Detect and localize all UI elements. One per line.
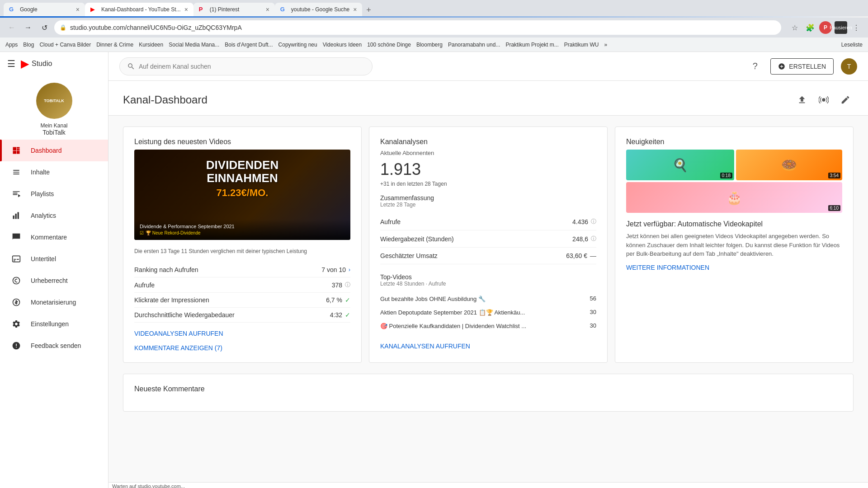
bookmark-social[interactable]: Social Media Mana... [169,42,219,48]
browser-chrome: G Google × ▶ Kanal-Dashboard - YouTube S… [0,0,868,52]
hamburger-button[interactable]: ☰ [7,58,15,69]
edit-button[interactable] [837,92,854,108]
performance-note: Die ersten 13 Tage 11 Stunden verglichen… [134,247,350,255]
url-bar[interactable]: 🔒 studio.youtube.com/channel/UC6N5u-OiGz… [54,20,781,35]
create-button[interactable]: ERSTELLEN [770,58,834,75]
tab-close-yt[interactable]: × [184,6,188,13]
top-videos-period: Letzte 48 Stunden · Aufrufe [380,281,596,287]
kommentare-link[interactable]: KOMMENTARE ANZEIGEN (7) [134,344,350,352]
sidebar-item-label-kommentare: Kommentare [31,234,67,241]
sidebar-item-dashboard[interactable]: Dashboard [0,140,108,161]
bookmark-praktikum2[interactable]: Praktikum WU [564,42,599,48]
wiedergabe-info-btn[interactable]: ⓘ [591,235,596,243]
svg-rect-4 [17,151,20,154]
tab-title-gsearch: youtube - Google Suche [291,6,349,13]
bookmark-cloud[interactable]: Cloud + Canva Bilder [39,42,91,48]
help-button[interactable]: ? [747,58,763,75]
sidebar-item-monetarisierung[interactable]: Monetarisierung [0,291,108,313]
tab-title-yt: Kanal-Dashboard - YouTube St... [101,6,181,13]
svg-rect-8 [13,256,20,262]
video-thumbnail[interactable]: DIVIDENDEN EINNAHMEN 71.23€/MO. Dividend… [134,150,350,240]
browser-icons: ☆ 🧩 P Pausieren ⋮ [788,21,863,34]
create-icon [778,63,785,70]
status-text: Warten auf studio.youtube.com... [112,483,185,488]
sidebar-item-inhalte[interactable]: Inhalte [0,161,108,183]
search-box[interactable] [119,57,373,75]
tab-google[interactable]: G Google × [4,3,85,16]
sidebar-item-label-einstellungen: Einstellungen [31,320,69,328]
bookmark-100[interactable]: 100 schöne Dinge [367,42,411,48]
sidebar-item-feedback[interactable]: Feedback senden [0,335,108,357]
news-thumb-1[interactable]: 0:18 🍳 [626,150,734,180]
reading-list[interactable]: Leseliste [841,42,863,48]
reload-button[interactable]: ↺ [38,21,51,34]
back-button[interactable]: ← [5,21,18,34]
tab-favicon-google: G [9,6,16,13]
aufrufe-info-btn[interactable]: ⓘ [591,218,596,225]
pause-button[interactable]: Pausieren [835,21,847,34]
bookmark-video[interactable]: Videokurs Ideen [323,42,362,48]
sidebar-item-einstellungen[interactable]: Einstellungen [0,313,108,335]
yt-studio-logo[interactable]: ▶ Studio [21,57,52,70]
live-button[interactable] [816,92,832,108]
tab-close-google[interactable]: × [76,6,80,13]
bookmark-bois[interactable]: Bois d'Argent Duft... [225,42,273,48]
new-tab-button[interactable]: + [362,4,375,16]
news-more-info-link[interactable]: WEITERE INFORMATIONEN [626,264,709,271]
aufrufe-info-icon[interactable]: ⓘ [345,281,350,289]
tab-google-search[interactable]: G youtube - Google Suche × [275,3,363,16]
news-thumbnails: 0:18 🍳 3:54 🍩 6:10 🎂 [626,150,842,213]
create-label: ERSTELLEN [789,63,826,70]
svg-rect-2 [17,149,20,150]
bookmark-blog[interactable]: Blog [23,42,34,48]
thumb-line2: EINNAHMEN [207,172,278,185]
wiedergabe-check-icon: ✓ [345,311,350,319]
stat-label-wiedergabe: Durchschnittliche Wiedergabedauer [134,311,235,319]
sidebar-item-label-dashboard: Dashboard [31,147,62,154]
sidebar-item-urheberrecht[interactable]: Urheberrecht [0,270,108,291]
forward-button[interactable]: → [22,21,34,34]
news-thumb-2[interactable]: 6:10 🎂 [626,182,842,213]
analytics-value-aufrufe: 4.436 ⓘ [572,218,596,225]
upload-button[interactable] [794,92,810,108]
sidebar-item-analytics[interactable]: Analytics [0,205,108,226]
bookmark-dinner[interactable]: Dinner & Crime [96,42,133,48]
tab-youtube-studio[interactable]: ▶ Kanal-Dashboard - YouTube St... × [85,3,193,16]
search-icon [127,62,135,70]
bookmark-panorama[interactable]: Panoramabahn und... [448,42,500,48]
bookmark-copy[interactable]: Copywriting neu [278,42,317,48]
user-avatar[interactable]: T [841,58,857,75]
bookmark-praktikum1[interactable]: Praktikum Projekt m... [505,42,558,48]
sidebar-item-kommentare[interactable]: Kommentare [0,226,108,248]
news-thumb-full[interactable]: 3:54 🍩 [736,150,842,180]
analytics-value-umsatz: 63,60 € — [566,252,596,259]
analytics-icon [11,210,22,221]
analytics-label-wiedergabe: Wiedergabezeit (Stunden) [380,235,454,243]
svg-rect-5 [13,216,14,219]
einstellungen-icon [11,319,22,329]
top-video-row-0: Gut bezahlte Jobs OHNE Ausbildung 🔧 56 [380,292,596,306]
bookmark-bloomberg[interactable]: Bloomberg [416,42,443,48]
tab-close-gsearch[interactable]: × [353,6,357,13]
sidebar-item-playlists[interactable]: Playlists [0,183,108,205]
header-actions [794,92,854,115]
menu-button[interactable]: ⋮ [850,21,863,34]
page-title: Kanal-Dashboard [123,94,208,113]
kanalanalysen-link[interactable]: KANALANALYSEN AUFRUFEN [380,343,596,350]
bookmark-kurs[interactable]: Kursideen [139,42,163,48]
stat-label-ranking: Ranking nach Aufrufen [134,266,198,273]
summary-title: Zusammenfassung [380,194,596,202]
tab-pinterest[interactable]: P (1) Pinterest × [193,3,275,16]
sidebar-item-untertitel[interactable]: Untertitel [0,248,108,270]
tab-title-google: Google [20,6,72,13]
analytics-card-title: Kanalanalysen [380,138,596,146]
bookmark-apps[interactable]: Apps [5,42,18,48]
channel-avatar[interactable]: TOBITALK [36,83,72,119]
tab-close-pinterest[interactable]: × [266,6,269,13]
videoanalysen-link[interactable]: VIDEOANALYSEN AUFRUFEN [134,330,350,337]
bookmark-more[interactable]: » [604,42,607,48]
bookmark-star-icon[interactable]: ☆ [788,21,801,34]
search-input[interactable] [139,63,365,70]
extensions-icon[interactable]: 🧩 [804,21,816,34]
sidebar-item-label-playlists: Playlists [31,190,54,197]
